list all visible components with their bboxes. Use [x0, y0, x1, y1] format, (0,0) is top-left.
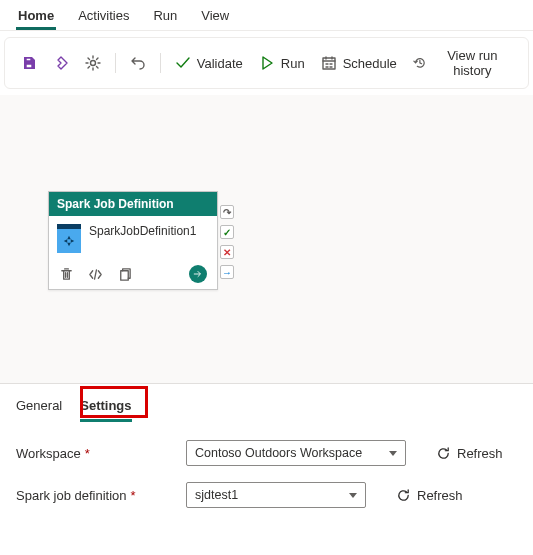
workspace-select[interactable]: Contoso Outdoors Workspace [186, 440, 406, 466]
properties-pane: General Settings Workspace* Contoso Outd… [0, 383, 533, 518]
discard-icon [53, 55, 69, 71]
spark-job-definition-select[interactable]: sjdtest1 [186, 482, 366, 508]
spark-activity-icon [57, 229, 81, 253]
workspace-select-value: Contoso Outdoors Workspace [195, 446, 362, 460]
tab-activities[interactable]: Activities [76, 2, 131, 30]
card-run-action[interactable] [189, 265, 207, 283]
copy-action[interactable] [117, 267, 132, 282]
card-actions [49, 261, 217, 289]
undo-icon [130, 55, 146, 71]
settings-button[interactable] [79, 51, 107, 75]
properties-tabs: General Settings [0, 384, 533, 422]
schedule-label: Schedule [343, 56, 397, 71]
discard-button[interactable] [47, 51, 75, 75]
tab-settings[interactable]: Settings [80, 396, 131, 422]
svg-rect-0 [26, 64, 32, 68]
toolbar-separator [115, 53, 116, 73]
tab-home[interactable]: Home [16, 2, 56, 30]
handle-fail-icon[interactable]: ✕ [220, 245, 234, 259]
refresh-icon [436, 446, 451, 461]
activity-status-handles: ↷ ✓ ✕ → [220, 205, 234, 279]
history-icon [413, 55, 427, 71]
ribbon-tabs: Home Activities Run View [0, 0, 533, 31]
refresh-workspace-button[interactable]: Refresh [430, 445, 509, 462]
handle-success-icon[interactable]: ✓ [220, 225, 234, 239]
refresh-sjd-label: Refresh [417, 488, 463, 503]
tab-view[interactable]: View [199, 2, 231, 30]
run-button[interactable]: Run [253, 51, 311, 75]
code-action[interactable] [88, 267, 103, 282]
handle-skip-icon[interactable]: ↷ [220, 205, 234, 219]
tab-run[interactable]: Run [151, 2, 179, 30]
svg-rect-1 [26, 58, 31, 61]
refresh-icon [396, 488, 411, 503]
card-header: Spark Job Definition [49, 192, 217, 216]
view-run-history-button[interactable]: View run history [407, 44, 518, 82]
row-spark-job-definition: Spark job definition* sjdtest1 Refresh [16, 482, 517, 508]
tab-general[interactable]: General [16, 396, 62, 422]
run-label: Run [281, 56, 305, 71]
validate-label: Validate [197, 56, 243, 71]
calendar-icon [321, 55, 337, 71]
schedule-button[interactable]: Schedule [315, 51, 403, 75]
spark-job-definition-select-value: sjdtest1 [195, 488, 238, 502]
pipeline-canvas[interactable]: Spark Job Definition SparkJobDefinition1 [0, 95, 533, 383]
label-workspace: Workspace* [16, 446, 176, 461]
toolbar: Validate Run Schedule View run history [4, 37, 529, 89]
refresh-workspace-label: Refresh [457, 446, 503, 461]
play-icon [259, 55, 275, 71]
refresh-sjd-button[interactable]: Refresh [390, 487, 469, 504]
handle-completion-icon[interactable]: → [220, 265, 234, 279]
svg-rect-4 [121, 270, 129, 279]
label-spark-job-definition: Spark job definition* [16, 488, 176, 503]
settings-form: Workspace* Contoso Outdoors Workspace Re… [0, 422, 533, 508]
activity-name: SparkJobDefinition1 [89, 224, 209, 253]
svg-point-2 [91, 61, 96, 66]
undo-button[interactable] [124, 51, 152, 75]
row-workspace: Workspace* Contoso Outdoors Workspace Re… [16, 440, 517, 466]
gear-icon [85, 55, 101, 71]
toolbar-separator [160, 53, 161, 73]
validate-button[interactable]: Validate [169, 51, 249, 75]
save-icon [21, 55, 37, 71]
check-icon [175, 55, 191, 71]
delete-action[interactable] [59, 267, 74, 282]
activity-card-spark-job-definition[interactable]: Spark Job Definition SparkJobDefinition1 [48, 191, 218, 290]
save-button[interactable] [15, 51, 43, 75]
history-label: View run history [433, 48, 512, 78]
svg-rect-3 [323, 58, 335, 69]
